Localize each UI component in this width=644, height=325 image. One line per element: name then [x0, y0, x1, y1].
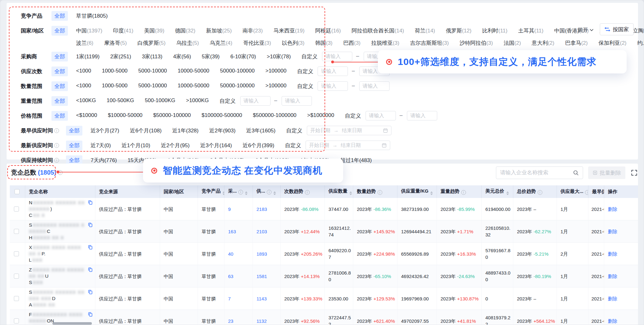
- copy-icon[interactable]: [88, 312, 93, 317]
- filter-option[interactable]: 拉脱维亚(3): [371, 39, 399, 47]
- filter-option[interactable]: 50000-100000: [220, 68, 255, 74]
- row-checkbox[interactable]: [14, 318, 19, 323]
- filter-option[interactable]: 中国(1397): [76, 27, 102, 34]
- filter-all-chip[interactable]: 全部: [66, 141, 82, 150]
- filter-all-chip[interactable]: 全部: [51, 96, 68, 106]
- filter-all-chip[interactable]: 全部: [51, 67, 68, 76]
- custom-option[interactable]: 自定义: [297, 81, 313, 90]
- filter-option[interactable]: 100-500KG: [107, 97, 134, 104]
- filter-option[interactable]: 10000-50000: [178, 68, 209, 74]
- fullscreen-icon[interactable]: [630, 169, 638, 177]
- cell-supply-count-link[interactable]: 2183: [253, 198, 280, 220]
- filter-option[interactable]: 波兰(6): [76, 39, 93, 47]
- filter-option[interactable]: 近2个月(95): [161, 142, 190, 149]
- expand-toggle[interactable]: 展开: [577, 25, 593, 34]
- copy-icon[interactable]: [88, 267, 93, 272]
- filter-option[interactable]: $10000-50000: [108, 112, 143, 119]
- col-header-buyers[interactable]: 采...i: [224, 185, 253, 198]
- filter-option[interactable]: 以色列(3): [282, 39, 305, 47]
- custom-option[interactable]: 自定义: [345, 111, 361, 119]
- filter-option[interactable]: 2家(251): [110, 53, 131, 60]
- cell-buyers-link[interactable]: 40: [224, 243, 253, 265]
- filter-option[interactable]: >10家(78): [267, 53, 291, 60]
- filter-option[interactable]: 10000-50000: [178, 83, 209, 89]
- filter-option[interactable]: 近3个月(27): [91, 127, 119, 134]
- delete-link[interactable]: 删除: [608, 206, 617, 212]
- copy-icon[interactable]: [88, 245, 93, 250]
- group-by-country-button[interactable]: 按国家: [600, 23, 634, 35]
- delete-link[interactable]: 删除: [608, 296, 617, 301]
- copy-icon[interactable]: [88, 222, 93, 227]
- delete-link[interactable]: 删除: [608, 251, 617, 257]
- filter-option[interactable]: 近7天(0): [91, 142, 111, 149]
- filter-option[interactable]: 巴西(3): [343, 39, 361, 47]
- range-input[interactable]: 请输入: [240, 96, 271, 106]
- filter-option[interactable]: 近1年(328): [172, 127, 199, 134]
- filter-option[interactable]: $50000-100000: [153, 112, 191, 119]
- cell-buyers-link[interactable]: 63: [224, 265, 253, 287]
- filter-option[interactable]: 约旦(2): [637, 39, 644, 47]
- horizontal-scrollbar-thumb[interactable]: [52, 322, 92, 325]
- filter-option[interactable]: 德国(32): [175, 27, 195, 34]
- col-header-usd-total[interactable]: 美元总价: [481, 185, 513, 198]
- range-input[interactable]: 请输入: [407, 111, 437, 120]
- filter-option[interactable]: <100KG: [76, 97, 96, 104]
- cell-buyers-link[interactable]: 9: [224, 198, 253, 220]
- filter-option[interactable]: 土耳其(11): [518, 27, 543, 34]
- filter-option[interactable]: 哥伦比亚(3): [243, 39, 271, 47]
- col-header-supply-qty[interactable]: 供应数量: [325, 185, 353, 198]
- filter-option[interactable]: 印度(41): [113, 27, 133, 34]
- filter-option[interactable]: >1000KG: [186, 97, 209, 104]
- filter-option[interactable]: >100000: [265, 68, 287, 74]
- filter-option[interactable]: 近1个月(10): [122, 142, 150, 149]
- filter-option[interactable]: 近3年(1605): [246, 127, 276, 134]
- filter-option[interactable]: 保加利亚(2): [599, 39, 627, 47]
- cell-supply-count-link[interactable]: 1893: [253, 243, 280, 265]
- filter-option[interactable]: $100000-500000: [201, 112, 242, 119]
- filter-all-chip[interactable]: 全部: [66, 126, 82, 136]
- filter-option[interactable]: 美国(39): [144, 27, 164, 34]
- filter-option[interactable]: 乌拉圭(5): [176, 39, 199, 47]
- filter-option[interactable]: 50000-100000: [220, 83, 255, 89]
- filter-option[interactable]: $500000-1000000: [253, 112, 296, 119]
- search-icon[interactable]: [573, 170, 579, 176]
- custom-option[interactable]: 自定义: [220, 96, 236, 105]
- filter-option[interactable]: <$10000: [76, 112, 97, 119]
- filter-option[interactable]: 南非(23): [242, 27, 263, 34]
- filter-option[interactable]: 韩国(3): [315, 39, 332, 47]
- filter-option[interactable]: 乌克兰(4): [210, 39, 232, 47]
- filter-option[interactable]: 草甘膦(1805): [76, 12, 108, 20]
- filter-option[interactable]: 巴拿马(2): [565, 39, 588, 47]
- filter-option[interactable]: >$1000000: [307, 112, 334, 119]
- filter-option[interactable]: 5家(39): [202, 53, 220, 60]
- filter-option[interactable]: 5000-10000: [138, 83, 167, 89]
- cell-buyers-link[interactable]: 163: [224, 220, 253, 243]
- range-input[interactable]: 请输入: [282, 96, 312, 106]
- row-checkbox[interactable]: [14, 274, 19, 279]
- filter-option[interactable]: 白俄罗斯(5): [138, 39, 166, 47]
- batch-delete-button[interactable]: 批量删除: [588, 166, 625, 179]
- filter-option[interactable]: 近6个月(108): [130, 127, 162, 134]
- cell-buyers-link[interactable]: 23: [224, 310, 253, 325]
- delete-link[interactable]: 删除: [608, 229, 617, 234]
- date-range-input[interactable]: 开始日期→结束日期: [307, 126, 391, 135]
- range-input[interactable]: 请输入: [318, 67, 348, 76]
- sort-icon[interactable]: [506, 191, 509, 195]
- filter-option[interactable]: 俄罗斯(12): [446, 27, 471, 34]
- row-checkbox[interactable]: [14, 206, 19, 212]
- sort-icon[interactable]: [349, 191, 352, 195]
- filter-option[interactable]: 沙特阿拉伯(3): [460, 39, 493, 47]
- filter-option[interactable]: 5000-10000: [138, 68, 167, 74]
- col-header-weight[interactable]: 供应重量/KG: [397, 185, 437, 198]
- cell-supply-count-link[interactable]: 1132: [253, 310, 280, 325]
- sort-icon[interactable]: [245, 191, 247, 195]
- filter-option[interactable]: 比利时(11): [482, 27, 507, 34]
- delete-link[interactable]: 删除: [608, 274, 617, 279]
- filter-option[interactable]: 立陶宛(7): [633, 27, 644, 34]
- filter-option[interactable]: 摩洛哥(5): [104, 39, 127, 47]
- filter-option[interactable]: 吉尔吉斯斯坦(3): [410, 39, 449, 47]
- filter-option[interactable]: 1000-5000: [102, 83, 128, 89]
- sort-icon[interactable]: [223, 191, 224, 195]
- filter-option[interactable]: <1000: [76, 83, 91, 89]
- row-checkbox[interactable]: [14, 296, 19, 301]
